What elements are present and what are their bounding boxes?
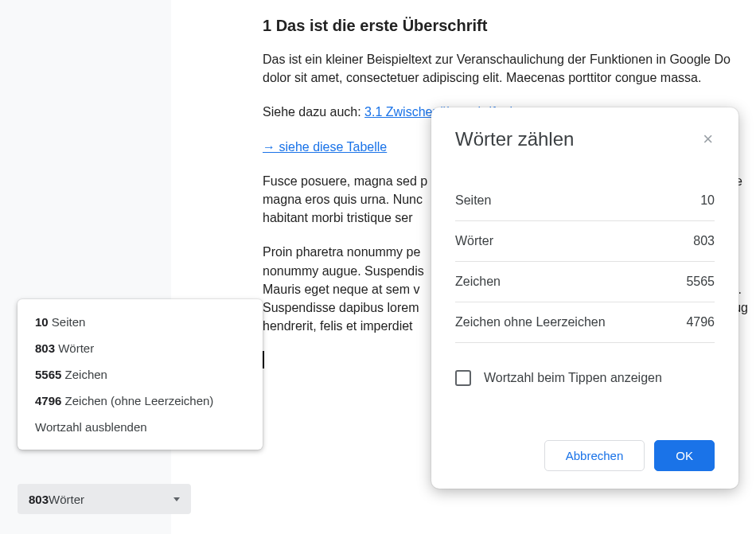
stat-value: 4796 [686, 315, 715, 329]
popup-item-count: 4796 [35, 394, 61, 407]
popup-item-count: 10 [35, 315, 49, 329]
stat-row-characters: Zeichen 5565 [455, 262, 715, 302]
checkbox-label: Wortzahl beim Tippen anzeigen [484, 371, 662, 385]
chevron-down-icon [173, 497, 180, 501]
dialog-title: Wörter zählen [455, 128, 574, 150]
left-gutter [0, 0, 171, 534]
stat-label: Zeichen ohne Leerzeichen [455, 315, 606, 329]
popup-item-label: Zeichen (ohne Leerzeichen) [61, 394, 213, 407]
chip-label: Wörter [49, 493, 84, 506]
stat-value: 10 [700, 193, 715, 208]
heading-1: 1 Das ist die erste Überschrift [263, 14, 756, 37]
popup-item-count: 5565 [35, 368, 61, 381]
wordcount-dialog: Wörter zählen × Seiten 10 Wörter 803 Zei… [431, 107, 738, 489]
stat-row-pages: Seiten 10 [455, 181, 715, 221]
popup-item-hide-wordcount[interactable]: Wortzahl ausblenden [18, 414, 263, 440]
stat-label: Wörter [455, 234, 493, 248]
popup-item-characters-no-spaces[interactable]: 4796 Zeichen (ohne Leerzeichen) [18, 388, 263, 414]
popup-item-label: Zeichen [61, 368, 107, 381]
paragraph-1: Das ist ein kleiner Beispieltext zur Ver… [263, 50, 756, 87]
popup-item-label: Wörter [55, 341, 94, 355]
dialog-header: Wörter zählen × [455, 128, 715, 150]
checkbox-show-while-typing[interactable] [455, 370, 471, 386]
stat-row-characters-no-spaces: Zeichen ohne Leerzeichen 4796 [455, 302, 715, 343]
close-icon[interactable]: × [701, 129, 715, 150]
cancel-button[interactable]: Abbrechen [544, 440, 645, 471]
link-siehe-tabelle[interactable]: → siehe diese Tabelle [263, 140, 387, 154]
stat-row-words: Wörter 803 [455, 221, 715, 262]
stat-label: Seiten [455, 193, 491, 208]
para2-prefix: Siehe dazu auch: [263, 105, 364, 119]
checkbox-row-show-while-typing: Wortzahl beim Tippen anzeigen [455, 343, 715, 392]
dialog-actions: Abbrechen OK [455, 440, 715, 471]
ok-button[interactable]: OK [654, 440, 715, 471]
wordcount-popup-menu: 10 Seiten 803 Wörter 5565 Zeichen 4796 Z… [18, 299, 263, 450]
stat-value: 5565 [686, 275, 715, 289]
stat-label: Zeichen [455, 275, 501, 289]
chip-count: 803 [29, 493, 49, 506]
text-cursor [263, 351, 264, 368]
popup-item-words[interactable]: 803 Wörter [18, 335, 263, 361]
popup-item-label: Seiten [49, 315, 86, 329]
popup-item-pages[interactable]: 10 Seiten [18, 309, 263, 335]
popup-item-count: 803 [35, 341, 55, 355]
popup-item-characters[interactable]: 5565 Zeichen [18, 361, 263, 388]
stat-value: 803 [693, 234, 715, 248]
wordcount-chip[interactable]: 803 Wörter [18, 484, 191, 514]
